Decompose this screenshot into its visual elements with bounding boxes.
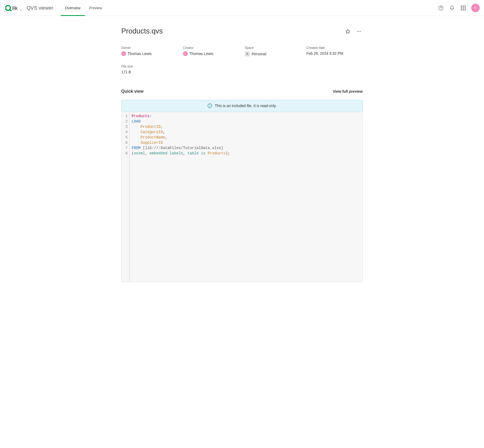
svg-point-17 <box>359 31 360 32</box>
page-title: Products.qvs <box>121 27 163 35</box>
creator-avatar-icon: TL <box>183 51 188 56</box>
meta-owner-value: Thomas Lewis <box>128 52 152 56</box>
code-gutter: 12345678 <box>122 112 130 282</box>
meta-filesize-label: File size <box>121 65 178 68</box>
meta-creator-value: Thomas Lewis <box>189 52 213 56</box>
more-actions-icon[interactable] <box>355 28 363 35</box>
quick-view-title: Quick view <box>121 89 144 94</box>
svg-marker-15 <box>346 29 350 33</box>
owner-avatar-icon: TL <box>121 51 126 56</box>
svg-rect-7 <box>463 6 464 7</box>
meta-filesize: File size 171 B <box>121 65 178 74</box>
svg-point-19 <box>247 53 248 54</box>
meta-created-value: Feb 26, 2024 5:32 PM <box>306 51 343 56</box>
meta-filesize-value: 171 B <box>121 70 131 74</box>
space-icon <box>245 51 250 57</box>
user-avatar[interactable]: TL <box>471 4 480 12</box>
meta-owner-label: Owner <box>121 46 178 50</box>
topbar-actions: TL <box>438 4 480 12</box>
svg-point-22 <box>210 105 210 105</box>
apps-grid-icon[interactable] <box>460 5 466 11</box>
svg-point-16 <box>357 31 358 32</box>
meta-creator-label: Creator <box>183 46 239 50</box>
svg-rect-8 <box>465 6 466 7</box>
metadata-grid: Owner TL Thomas Lewis Creator TL Thomas … <box>121 46 363 74</box>
svg-rect-9 <box>461 7 462 9</box>
svg-point-5 <box>441 9 441 9</box>
svg-rect-14 <box>465 9 466 10</box>
page-title-row: Products.qvs <box>121 27 363 35</box>
meta-space-value: Personal <box>252 52 266 56</box>
code-content: Products:LOAD ProductID, CategoryID, Pro… <box>130 112 362 282</box>
app-title: QVS viewer <box>27 5 53 11</box>
svg-text:lik: lik <box>12 6 18 11</box>
svg-rect-13 <box>463 9 464 10</box>
notifications-icon[interactable] <box>449 5 455 11</box>
quick-view-header: Quick view View full preview <box>121 89 363 94</box>
quick-view-divider <box>121 97 363 97</box>
svg-rect-10 <box>463 7 464 9</box>
meta-space-label: Space <box>245 46 301 50</box>
tab-overview[interactable]: Overview <box>61 0 85 16</box>
tabs: Overview Preview <box>61 0 106 16</box>
help-icon[interactable] <box>438 5 444 11</box>
svg-rect-11 <box>465 7 466 9</box>
meta-owner: Owner TL Thomas Lewis <box>121 46 178 57</box>
info-icon <box>207 103 212 108</box>
svg-line-1 <box>10 10 11 11</box>
favorite-star-icon[interactable] <box>344 28 352 35</box>
meta-created-label: Created date <box>306 46 363 50</box>
banner-text: This is an included file. It is read-onl… <box>215 104 277 108</box>
svg-rect-12 <box>461 9 462 10</box>
main-content: Products.qvs Owner TL Thomas Lewis Creat <box>106 16 378 293</box>
tab-preview[interactable]: Preview <box>85 0 107 16</box>
view-full-preview-link[interactable]: View full preview <box>333 89 363 94</box>
page-actions <box>344 28 363 35</box>
qlik-logo[interactable]: lik <box>5 5 22 11</box>
svg-rect-6 <box>461 6 462 7</box>
meta-created: Created date Feb 26, 2024 5:32 PM <box>306 46 363 57</box>
code-editor: 12345678 Products:LOAD ProductID, Catego… <box>121 112 363 282</box>
meta-creator: Creator TL Thomas Lewis <box>183 46 239 57</box>
svg-point-18 <box>360 31 361 32</box>
svg-point-3 <box>20 10 21 10</box>
meta-space: Space Personal <box>245 46 301 57</box>
top-bar: lik QVS viewer Overview Preview <box>0 0 484 16</box>
readonly-info-banner: This is an included file. It is read-onl… <box>121 100 363 112</box>
